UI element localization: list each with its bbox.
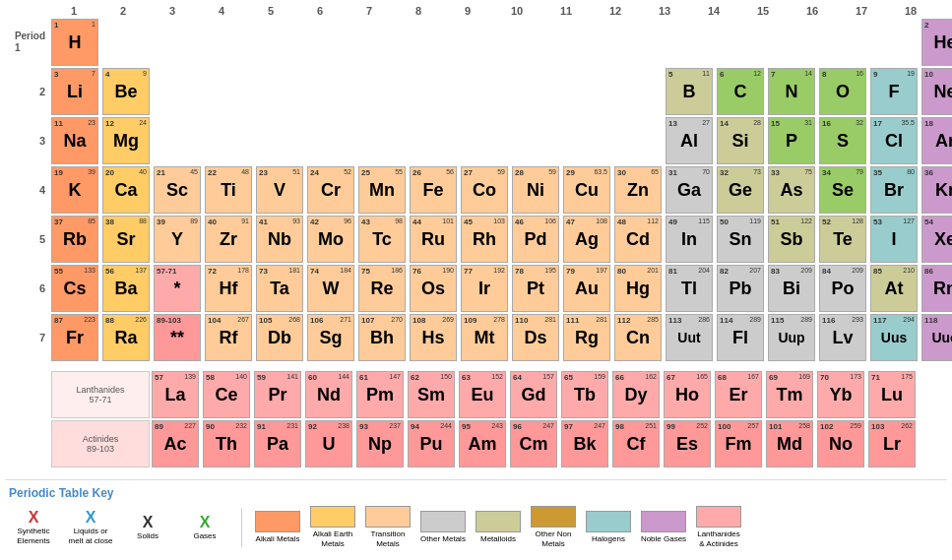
element-symbol: Xe xyxy=(934,230,952,248)
element-symbol: Re xyxy=(370,280,393,297)
element-symbol: As xyxy=(780,181,802,199)
empty-cell xyxy=(205,117,252,164)
atomic-mass: 127 xyxy=(903,218,915,224)
atomic-number: 61 xyxy=(359,373,368,382)
element-symbol: Lu xyxy=(881,386,903,404)
element-symbol: F xyxy=(889,83,900,100)
atomic-number: 56 xyxy=(105,267,114,276)
element-cell: 1632S xyxy=(819,117,866,164)
key-symbol-label: SyntheticElements xyxy=(17,527,49,545)
key-color-box xyxy=(696,506,741,528)
key-title: Periodic Table Key xyxy=(9,486,943,500)
atomic-mass: 286 xyxy=(698,316,710,323)
element-symbol: Dy xyxy=(624,386,647,404)
key-color-label: Halogens xyxy=(592,534,625,544)
atomic-number: 22 xyxy=(208,168,217,177)
atomic-number: 29 xyxy=(566,168,575,177)
element-symbol: Co xyxy=(473,181,496,199)
atomic-number: 6 xyxy=(720,70,724,79)
element-cell: 79197Au xyxy=(563,265,610,312)
element-symbol: ** xyxy=(170,329,184,346)
atomic-number: 75 xyxy=(361,267,370,276)
atomic-number: 17 xyxy=(873,119,882,128)
element-symbol: Se xyxy=(832,181,854,199)
element-symbol: Uuo xyxy=(931,331,952,344)
atomic-number: 19 xyxy=(54,168,63,177)
element-symbol: Be xyxy=(114,83,137,100)
atomic-mass: 231 xyxy=(286,422,298,429)
atomic-mass: 14 xyxy=(804,70,812,77)
element-cell: 49115In xyxy=(666,216,713,263)
atomic-number: 89-103 xyxy=(157,316,181,325)
atomic-number: 44 xyxy=(413,218,421,226)
atomic-mass: 152 xyxy=(491,373,503,380)
element-cell: 103262Lr xyxy=(868,420,916,467)
key-color-label: Alkali Metals xyxy=(256,534,300,544)
element-symbol: Bk xyxy=(573,435,596,453)
atomic-number: 108 xyxy=(413,316,425,325)
element-cell: 3684Kr xyxy=(921,166,952,214)
atomic-mass: 262 xyxy=(901,422,913,429)
atomic-number: 105 xyxy=(259,316,272,325)
atomic-number: 40 xyxy=(208,218,217,226)
atomic-mass: 159 xyxy=(594,373,605,380)
element-symbol: Cr xyxy=(321,181,341,199)
atomic-number: 109 xyxy=(464,316,476,325)
element-symbol: In xyxy=(681,230,697,248)
atomic-mass: 207 xyxy=(749,267,761,274)
empty-cell xyxy=(205,19,252,66)
atomic-number: 86 xyxy=(924,267,933,276)
atomic-mass: 51 xyxy=(292,168,300,175)
atomic-mass: 73 xyxy=(753,168,761,175)
element-symbol: Pt xyxy=(527,280,544,297)
key-symbol-label: Gases xyxy=(193,531,216,541)
atomic-number: 118 xyxy=(924,316,937,325)
atomic-mass: 128 xyxy=(852,218,863,224)
group-header: 12 xyxy=(591,5,640,17)
element-cell: 1224Mg xyxy=(102,117,150,164)
empty-cell xyxy=(870,19,918,66)
element-cell: 93237Np xyxy=(356,420,404,467)
element-symbol: Pr xyxy=(268,386,286,404)
empty-cell xyxy=(154,117,201,164)
atomic-number: 7 xyxy=(771,70,775,79)
atomic-mass: 223 xyxy=(84,316,95,323)
element-symbol: Db xyxy=(268,329,291,346)
atomic-mass: 106 xyxy=(544,218,556,224)
atomic-number: 73 xyxy=(259,267,268,276)
key-color-item: Alkali EarthMetals xyxy=(309,506,356,548)
element-symbol: Cn xyxy=(626,329,650,346)
atomic-mass: 244 xyxy=(440,422,452,429)
atomic-number: 112 xyxy=(617,316,630,325)
element-symbol: Cm xyxy=(519,435,547,453)
element-symbol: No xyxy=(829,435,853,453)
element-symbol: I xyxy=(891,230,896,248)
key-divider xyxy=(241,508,242,547)
element-symbol: Fr xyxy=(66,329,84,346)
atomic-mass: 281 xyxy=(544,316,556,323)
lanthanide-label: Lanthanides57-71 xyxy=(51,371,150,418)
element-symbol: Uut xyxy=(677,331,700,344)
atomic-number: 76 xyxy=(413,267,421,276)
atomic-mass: 167 xyxy=(747,373,759,380)
atomic-number: 64 xyxy=(513,373,522,382)
element-symbol: Cd xyxy=(626,230,650,248)
atomic-number: 87 xyxy=(54,316,63,325)
element-symbol: Li xyxy=(67,83,83,100)
atomic-number: 83 xyxy=(771,267,780,276)
empty-cell xyxy=(358,19,406,66)
element-cell: 51122Sb xyxy=(768,216,815,263)
atomic-mass: 24 xyxy=(139,119,147,126)
group-header: 10 xyxy=(492,5,541,17)
element-symbol: Ca xyxy=(114,181,137,199)
atomic-mass: 63.5 xyxy=(594,168,607,175)
group-header: 8 xyxy=(394,5,443,17)
atomic-mass: 70 xyxy=(702,168,710,175)
period-label: 3 xyxy=(5,117,49,164)
element-cell: 48112Cd xyxy=(614,216,662,263)
key-color-item: Metalloids xyxy=(475,511,522,544)
element-symbol: Sm xyxy=(417,386,445,404)
atomic-mass: 267 xyxy=(237,316,249,323)
atomic-mass: 175 xyxy=(901,373,913,380)
element-symbol: Hs xyxy=(421,329,444,346)
